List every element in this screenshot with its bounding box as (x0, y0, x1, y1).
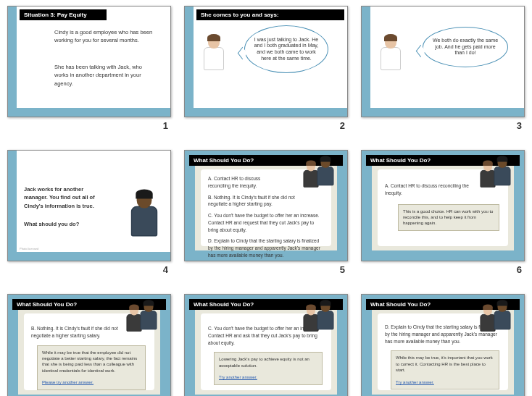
slide-5: What Should You Do? A. Contact HR to dis… (184, 150, 348, 261)
option-b: B. Nothing. It is Cindy's fault if she d… (31, 325, 125, 340)
slide-7: What Should You Do? B. Nothing. It is Ci… (7, 294, 171, 396)
slide-cell-4[interactable]: Jack works for another manager. You find… (6, 150, 173, 287)
feedback-text: Lowering Jack's pay to achieve equity is… (219, 357, 309, 367)
photo-credit: Photo licensed (20, 247, 38, 250)
title-bar: She comes to you and says: (196, 9, 344, 20)
body-text-2: She has been talking with Jack, who work… (54, 63, 156, 88)
people-pair (473, 298, 517, 328)
slide-2: She comes to you and says: I was just ta… (184, 6, 348, 117)
body-text-2: What should you do? (24, 220, 104, 228)
slide-number: 6 (517, 264, 526, 275)
slide-number: 1 (163, 120, 173, 131)
slide-4: Jack works for another manager. You find… (7, 150, 171, 261)
feedback-box: While this may be true, it's important t… (391, 350, 499, 389)
slide-6: What Should You Do? A. Contact HR to dis… (361, 150, 525, 261)
speech-bubble: We both do exactly the same job. And he … (423, 27, 508, 67)
feedback-text: While this may be true, it's important t… (396, 355, 493, 372)
slide-cell-1[interactable]: Situation 3: Pay Equity Cindy is a good … (6, 6, 173, 143)
thumbnail-grid: Situation 3: Pay Equity Cindy is a good … (0, 0, 532, 396)
bubble-text: I was just talking to Jack. He and I bot… (252, 37, 320, 62)
speech-bubble: I was just talking to Jack. He and I bot… (244, 25, 328, 73)
slide-number: 4 (163, 264, 173, 275)
slide-cell-3[interactable]: We both do exactly the same job. And he … (359, 6, 526, 143)
slide-cell-6[interactable]: What Should You Do? A. Contact HR to dis… (359, 150, 526, 287)
option-d: D. Explain to Cindy that the starting sa… (208, 237, 324, 258)
slide-number: 3 (517, 120, 526, 131)
try-again-link[interactable]: Please try another answer. (42, 380, 93, 384)
slide-8: What Should You Do? C. You don't have th… (184, 294, 348, 396)
try-again-link[interactable]: Try another answer. (396, 380, 434, 384)
feedback-box: Lowering Jack's pay to achieve equity is… (214, 352, 323, 385)
person-cindy (376, 35, 405, 75)
slide-number: 5 (340, 264, 349, 275)
slide-cell-5[interactable]: What Should You Do? A. Contact HR to dis… (183, 150, 349, 287)
body-text-1: Cindy is a good employee who has been wo… (54, 28, 156, 45)
feedback-text: While it may be true that the employee d… (42, 350, 137, 373)
option-b: B. Nothing. It is Cindy's fault if she d… (208, 194, 295, 208)
option-c: C. You don't have the budget to offer he… (208, 212, 324, 233)
slide-9: What Should You Do? D. Explain to Cindy … (361, 294, 525, 396)
slide-1: Situation 3: Pay Equity Cindy is a good … (7, 6, 171, 117)
option-a: A. Contact HR to discuss reconciling the… (385, 182, 486, 197)
people-pair (296, 153, 340, 184)
person-cindy (199, 35, 228, 75)
slide-cell-2[interactable]: She comes to you and says: I was just ta… (183, 6, 349, 143)
slide-cell-7[interactable]: What Should You Do? B. Nothing. It is Ci… (6, 294, 173, 396)
slide-3: We both do exactly the same job. And he … (361, 6, 525, 117)
title-bar: Situation 3: Pay Equity (20, 9, 107, 20)
person-jack (125, 191, 163, 243)
bubble-text: We both do exactly the same job. And he … (431, 38, 500, 56)
slide-cell-9[interactable]: What Should You Do? D. Explain to Cindy … (359, 294, 526, 396)
people-pair (120, 298, 163, 328)
people-pair (473, 153, 517, 184)
feedback-box: This is a good choice. HR can work with … (398, 204, 499, 231)
slide-number: 2 (340, 120, 349, 131)
feedback-box: While it may be true that the employee d… (37, 345, 146, 390)
try-again-link[interactable]: Try another answer. (219, 375, 257, 379)
body-text-1: Jack works for another manager. You find… (24, 185, 104, 210)
people-pair (296, 298, 340, 328)
option-a: A. Contact HR to discuss reconciling the… (208, 175, 266, 190)
slide-cell-8[interactable]: What Should You Do? C. You don't have th… (183, 294, 349, 396)
